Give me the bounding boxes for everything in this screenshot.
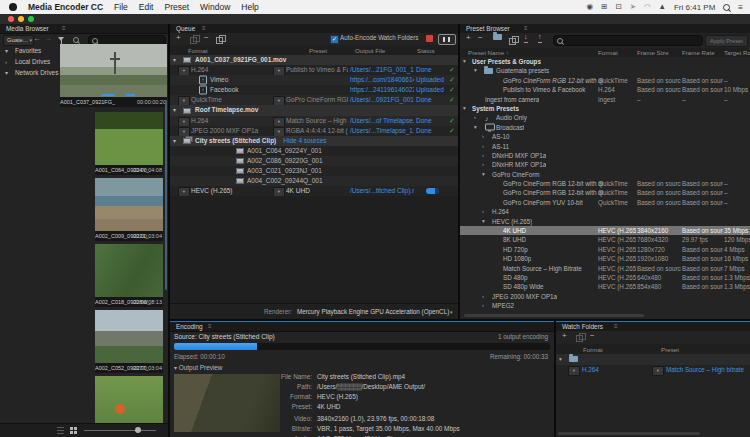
output-preview-header[interactable]: ▾ Output Preview	[174, 364, 223, 371]
clip-thumbnail[interactable]: A001_C064_09224Y_ 00:00:04:08	[95, 112, 163, 175]
tree-chevron-icon[interactable]: ›	[482, 292, 484, 301]
tree-chevron-icon[interactable]: ›	[474, 113, 476, 122]
preset-row[interactable]: 4K UHD HEVC (H.265) 3840x2160 Based on s…	[460, 226, 750, 235]
format-dropdown[interactable]	[178, 117, 190, 126]
clip-thumbnail[interactable]: A002_C018_09228W_ 00:00:08:13	[95, 244, 163, 307]
preset-row[interactable]: › DNxHD MXF OP1a	[460, 151, 750, 160]
preset-row[interactable]: SD 480p Wide HEVC (H.265) 854x480 Based …	[460, 282, 750, 291]
preset-row[interactable]: ▾ Broadcast	[460, 123, 750, 132]
duplicate-icon[interactable]	[216, 37, 223, 44]
format-cell[interactable]: A001_C064_09224Y_001	[247, 146, 377, 156]
eject-icon[interactable]: ▲	[659, 0, 666, 14]
renderer-dropdown[interactable]: Mercury Playback Engine GPU Acceleration…	[297, 304, 449, 319]
add-output-icon[interactable]	[190, 37, 197, 44]
tree-chevron-icon[interactable]: ▾	[474, 66, 477, 75]
import-preset-icon[interactable]: ↓	[524, 33, 528, 43]
preset-row[interactable]: › AS-10	[460, 132, 750, 141]
menubar-menu[interactable]: Window	[200, 2, 230, 12]
format-dropdown[interactable]	[568, 366, 580, 376]
format-dropdown[interactable]	[178, 127, 190, 136]
delete-preset-button[interactable]: −	[478, 33, 483, 43]
preset-row[interactable]: › H.264	[460, 207, 750, 216]
format-cell[interactable]: Facebook	[210, 85, 290, 95]
preset-cell[interactable]: Match Source – High bitr...	[286, 116, 348, 126]
queue-row[interactable]: JPEG 2000 MXF OP1a RGBA 4:4:4:4 12-bit (…	[170, 126, 458, 136]
horizontal-scrollbar[interactable]	[464, 314, 644, 317]
collapse-chevron-icon[interactable]: ▾	[173, 105, 181, 115]
tree-chevron-icon[interactable]: ▾	[5, 46, 8, 56]
format-cell[interactable]: A004_C002_09244Q_001	[247, 176, 377, 186]
tab-preset-browser[interactable]: Preset Browser	[466, 24, 510, 33]
format-dropdown[interactable]	[178, 96, 190, 105]
preset-row[interactable]: ▾ User Presets & Groups	[460, 57, 750, 66]
preset-cell[interactable]: 4K UHD	[286, 186, 348, 196]
preset-row[interactable]: › MPEG2	[460, 301, 750, 310]
preset-row[interactable]: › JPEG 2000 MXF OP1a	[460, 292, 750, 301]
preset-dropdown[interactable]	[273, 96, 285, 105]
output-file-link[interactable]: /Users/...0921FG_001.mov	[350, 95, 414, 105]
clip-thumbnail[interactable]	[95, 376, 163, 424]
apply-preset-button[interactable]: Apply Preset	[705, 35, 748, 47]
export-preset-icon[interactable]: ↑	[538, 33, 542, 43]
mirroring-icon[interactable]: ⊞	[601, 0, 607, 14]
queue-row[interactable]: QuickTime GoPro CineForm RGB 12... /User…	[170, 95, 458, 105]
vertical-scrollbar[interactable]	[165, 100, 167, 290]
format-dropdown[interactable]	[178, 66, 190, 75]
collapse-chevron-icon[interactable]: ▾	[174, 365, 177, 371]
output-file-link[interactable]: /Users/...of Timelapse.mp4	[350, 116, 414, 126]
queue-row[interactable]: H.264 Match Source – High bitr... /Users…	[170, 116, 458, 126]
tree-chevron-icon[interactable]: ›	[5, 57, 7, 67]
panel-menu-icon[interactable]: ≡	[524, 24, 528, 33]
column-frame-size[interactable]: Frame Size	[637, 49, 669, 56]
collapse-chevron-icon[interactable]: ▾	[173, 136, 181, 146]
output-file-link[interactable]: /Users/...Timelapse_1.mxf	[350, 126, 414, 136]
column-format[interactable]: Format	[583, 346, 603, 353]
add-source-button[interactable]: +	[176, 33, 181, 43]
preset-row[interactable]: ▾ System Presets	[460, 104, 750, 113]
collapse-chevron-icon[interactable]: ▾	[559, 354, 562, 365]
watch-folder-output-row[interactable]: H.264 Match Source – High bitrate	[556, 365, 750, 376]
format-cell[interactable]: HEVC (H.265)	[191, 186, 271, 196]
panel-menu-icon[interactable]: ≡	[202, 24, 206, 33]
menubar-menu[interactable]: File	[114, 2, 128, 12]
tree-chevron-icon[interactable]: ›	[482, 207, 484, 216]
preset-dropdown[interactable]	[273, 187, 285, 196]
add-watch-folder-button[interactable]: +	[562, 331, 567, 341]
horizontal-scrollbar[interactable]	[558, 432, 700, 435]
preset-dropdown[interactable]	[273, 117, 285, 126]
back-arrow-icon[interactable]: ←	[33, 34, 41, 44]
edit-watch-folder-icon[interactable]	[576, 335, 583, 342]
tree-chevron-icon[interactable]: ›	[482, 142, 484, 151]
tree-chevron-icon[interactable]: ›	[482, 160, 484, 169]
format-cell[interactable]: QuickTime	[191, 95, 271, 105]
tree-chevron-icon[interactable]: ▾	[463, 57, 466, 66]
preset-row[interactable]: ▾ Guatemala presets	[460, 66, 750, 75]
preset-cell[interactable]: GoPro CineForm RGB 12...	[286, 95, 348, 105]
column-preset[interactable]: Preset	[661, 346, 679, 353]
pause-queue-button[interactable]	[438, 34, 456, 45]
apple-menu-icon[interactable]	[9, 3, 17, 11]
forward-arrow-icon[interactable]: →	[44, 34, 52, 44]
preset-row[interactable]: HD 1080p HEVC (H.265) 1920x1080 Based on…	[460, 254, 750, 263]
tab-queue[interactable]: Queue	[176, 24, 195, 33]
preset-settings-icon[interactable]	[509, 38, 516, 45]
queue-row[interactable]: A002_C086_09220G_001	[170, 156, 458, 166]
preset-dropdown[interactable]	[273, 66, 285, 75]
format-cell[interactable]: A003_C021_0923NJ_001	[247, 166, 377, 176]
create-group-icon[interactable]	[493, 34, 502, 40]
preset-row[interactable]: ▾ GoPro CineForm	[460, 170, 750, 179]
clip-thumbnail-featured[interactable]: A001_C037_0921FG_ 00:00:00:20	[60, 44, 167, 107]
tab-encoding[interactable]: Encoding	[176, 322, 203, 331]
queue-row[interactable]: HEVC (H.265) 4K UHD /Users/...titched Cl…	[170, 186, 458, 196]
tree-chevron-icon[interactable]: ›	[482, 151, 484, 160]
menubar-menu[interactable]: Preset	[164, 2, 189, 12]
column-output-file[interactable]: Output File	[355, 47, 385, 54]
output-file-link[interactable]: https:/...24119614602283	[350, 85, 414, 95]
zoom-search-icon[interactable]	[73, 37, 79, 43]
preset-row[interactable]: › AS-11	[460, 142, 750, 151]
preset-search-input[interactable]	[553, 35, 703, 46]
remove-watch-folder-button[interactable]: −	[590, 331, 595, 341]
format-cell[interactable]: Vimeo	[210, 75, 290, 85]
stop-queue-button[interactable]	[426, 35, 433, 42]
watch-preset[interactable]: Match Source – High bitrate	[666, 365, 750, 376]
